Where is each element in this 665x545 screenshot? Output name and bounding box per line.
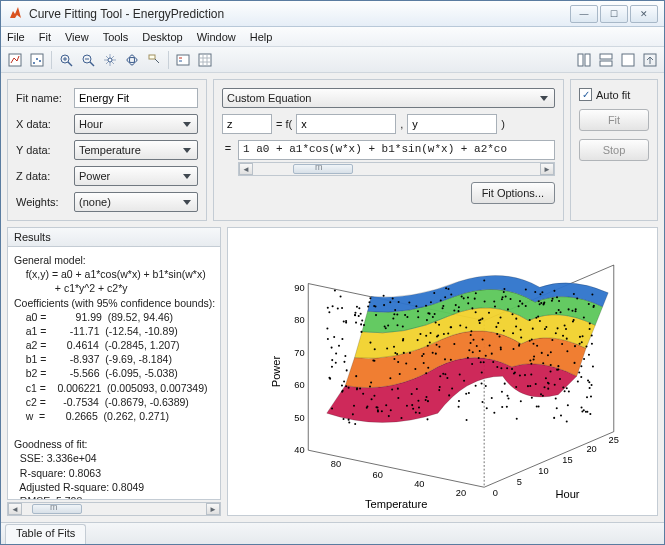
menu-fit[interactable]: Fit	[39, 31, 51, 43]
content-area: Fit name: X data: Hour Y data: Temperatu…	[1, 73, 664, 522]
svg-point-111	[539, 303, 541, 305]
svg-point-2	[33, 62, 35, 64]
tab-table-of-fits[interactable]: Table of Fits	[5, 524, 86, 544]
svg-point-367	[518, 343, 520, 345]
svg-point-127	[343, 361, 345, 363]
menu-window[interactable]: Window	[197, 31, 236, 43]
func-close-text: )	[501, 118, 505, 130]
svg-point-90	[520, 400, 522, 402]
svg-point-48	[532, 343, 534, 345]
svg-point-154	[425, 335, 427, 337]
svg-point-203	[540, 393, 542, 395]
svg-point-224	[404, 314, 406, 316]
svg-point-328	[503, 291, 505, 293]
svg-point-228	[507, 308, 509, 310]
stop-button[interactable]: Stop	[579, 139, 649, 161]
svg-point-253	[429, 313, 431, 315]
results-textarea[interactable]: General model: f(x,y) = a0 + a1*cos(w*x)…	[7, 246, 221, 500]
menu-tools[interactable]: Tools	[103, 31, 129, 43]
auto-fit-checkbox[interactable]: ✓	[579, 88, 592, 101]
svg-point-278	[417, 339, 419, 341]
svg-point-101	[542, 304, 544, 306]
fit-button[interactable]: Fit	[579, 109, 649, 131]
svg-point-192	[566, 338, 568, 340]
menu-help[interactable]: Help	[250, 31, 273, 43]
svg-point-169	[394, 309, 396, 311]
open-icon[interactable]	[27, 50, 47, 70]
svg-point-281	[360, 331, 362, 333]
svg-point-164	[353, 405, 355, 407]
svg-point-151	[468, 349, 470, 351]
zoom-out-icon[interactable]	[78, 50, 98, 70]
svg-point-183	[555, 312, 557, 314]
svg-point-285	[545, 326, 547, 328]
new-fit-icon[interactable]	[5, 50, 25, 70]
formula-scrollbar[interactable]: ◄ m ►	[238, 162, 555, 176]
svg-point-294	[589, 413, 591, 415]
svg-point-64	[427, 345, 429, 347]
fit-type-select[interactable]: Custom Equation	[222, 88, 555, 108]
svg-point-159	[550, 364, 552, 366]
rotate3d-icon[interactable]	[122, 50, 142, 70]
zoom-in-icon[interactable]	[56, 50, 76, 70]
svg-point-147	[547, 382, 549, 384]
svg-point-47	[564, 324, 566, 326]
pan-icon[interactable]	[100, 50, 120, 70]
weights-select[interactable]: (none)	[74, 192, 198, 212]
svg-point-435	[345, 385, 347, 387]
svg-point-63	[438, 324, 440, 326]
close-button[interactable]: ✕	[630, 5, 658, 23]
maximize-button[interactable]: ☐	[600, 5, 628, 23]
svg-point-387	[513, 372, 515, 374]
svg-point-179	[475, 292, 477, 294]
arg2-input[interactable]	[407, 114, 497, 134]
scroll-left-arrow[interactable]: ◄	[239, 163, 253, 175]
results-scrollbar[interactable]: ◄ m ►	[7, 502, 221, 516]
undock-icon[interactable]	[640, 50, 660, 70]
data-cursor-icon[interactable]	[144, 50, 164, 70]
svg-point-243	[480, 361, 482, 363]
fit-name-input[interactable]	[74, 88, 198, 108]
arg1-input[interactable]	[296, 114, 396, 134]
svg-point-300	[389, 377, 391, 379]
results-scroll-left[interactable]: ◄	[8, 503, 22, 515]
svg-point-286	[374, 348, 376, 350]
svg-point-436	[326, 327, 328, 329]
scroll-right-arrow[interactable]: ►	[540, 163, 554, 175]
svg-point-274	[557, 365, 559, 367]
svg-point-402	[547, 388, 549, 390]
surface-plot[interactable]: 405060708090 20406080 0510152025 Power T…	[228, 228, 657, 515]
lhs-var-input[interactable]	[222, 114, 272, 134]
svg-point-216	[348, 419, 350, 421]
svg-point-421	[497, 322, 499, 324]
menu-desktop[interactable]: Desktop	[142, 31, 182, 43]
svg-point-217	[375, 406, 377, 408]
weights-label: Weights:	[16, 196, 70, 208]
svg-point-368	[527, 385, 529, 387]
fit-options-button[interactable]: Fit Options...	[471, 182, 555, 204]
svg-point-94	[359, 387, 361, 389]
svg-point-247	[341, 338, 343, 340]
formula-input[interactable]: 1 a0 + a1*cos(w*x) + b1*sin(w*x) + a2*co	[238, 140, 555, 160]
ydata-select[interactable]: Temperature	[74, 140, 198, 160]
menu-view[interactable]: View	[65, 31, 89, 43]
svg-point-150	[556, 296, 558, 298]
svg-point-121	[592, 365, 594, 367]
layout2-icon[interactable]	[596, 50, 616, 70]
dock-icon[interactable]	[618, 50, 638, 70]
xdata-select[interactable]: Hour	[74, 114, 198, 134]
scroll-thumb[interactable]	[293, 164, 353, 174]
layout1-icon[interactable]	[574, 50, 594, 70]
svg-point-123	[541, 291, 543, 293]
minimize-button[interactable]: —	[570, 5, 598, 23]
svg-point-353	[556, 369, 558, 371]
menu-file[interactable]: File	[7, 31, 25, 43]
zdata-select[interactable]: Power	[74, 166, 198, 186]
svg-point-331	[331, 366, 333, 368]
plot-panel[interactable]: 405060708090 20406080 0510152025 Power T…	[227, 227, 658, 516]
results-scroll-right[interactable]: ►	[206, 503, 220, 515]
svg-point-359	[427, 400, 429, 402]
legend-icon[interactable]	[173, 50, 193, 70]
svg-point-298	[369, 386, 371, 388]
grid-icon[interactable]	[195, 50, 215, 70]
